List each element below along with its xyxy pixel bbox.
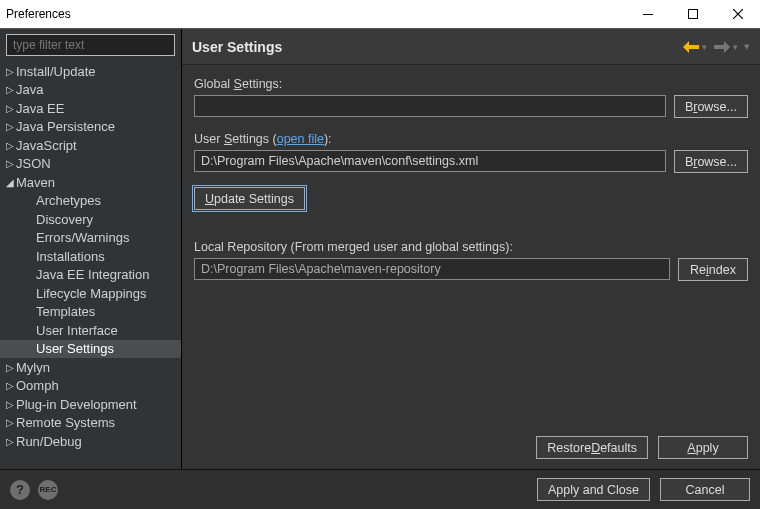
titlebar: Preferences bbox=[0, 0, 760, 29]
chevron-right-icon: ▷ bbox=[4, 66, 16, 77]
chevron-right-icon: ▷ bbox=[4, 362, 16, 373]
tree-item-label: Install/Update bbox=[16, 64, 96, 79]
tree-item-java-persistence[interactable]: ▷Java Persistence bbox=[0, 118, 181, 137]
global-settings-input[interactable] bbox=[194, 95, 666, 117]
apply-and-close-button[interactable]: Apply and Close bbox=[537, 478, 650, 501]
page-title: User Settings bbox=[192, 39, 676, 55]
page-button-bar: Restore Defaults Apply bbox=[182, 436, 760, 469]
global-browse-button[interactable]: Browse... bbox=[674, 95, 748, 118]
settings-content: Global Settings: Browse... User Settings… bbox=[182, 65, 760, 295]
chevron-right-icon: ▷ bbox=[4, 140, 16, 151]
tree-item-user-settings[interactable]: User Settings bbox=[0, 340, 181, 359]
tree-item-mylyn[interactable]: ▷Mylyn bbox=[0, 358, 181, 377]
global-settings-label: Global Settings: bbox=[194, 77, 748, 91]
user-settings-input[interactable] bbox=[194, 150, 666, 172]
nav-forward-button[interactable] bbox=[711, 36, 733, 58]
tree-item-label: Discovery bbox=[36, 212, 93, 227]
tree-item-archetypes[interactable]: Archetypes bbox=[0, 192, 181, 211]
arrow-right-icon bbox=[714, 41, 730, 53]
arrow-left-icon bbox=[683, 41, 699, 53]
tree-item-label: Java EE Integration bbox=[36, 267, 149, 282]
tree-item-label: Installations bbox=[36, 249, 105, 264]
maximize-button[interactable] bbox=[670, 0, 715, 29]
tree-item-label: Lifecycle Mappings bbox=[36, 286, 147, 301]
local-repo-label: Local Repository (From merged user and g… bbox=[194, 240, 748, 254]
tree-item-label: User Settings bbox=[36, 341, 114, 356]
tree-item-plugin-development[interactable]: ▷Plug-in Development bbox=[0, 395, 181, 414]
nav-back-menu[interactable]: ▾ bbox=[702, 42, 707, 52]
local-repo-input[interactable] bbox=[194, 258, 670, 280]
tree-item-remote-systems[interactable]: ▷Remote Systems bbox=[0, 414, 181, 433]
tree-item-installations[interactable]: Installations bbox=[0, 247, 181, 266]
reindex-button[interactable]: Reindex bbox=[678, 258, 748, 281]
tree-item-templates[interactable]: Templates bbox=[0, 303, 181, 322]
dialog-footer: ? REC Apply and Close Cancel bbox=[0, 469, 760, 509]
preferences-tree-panel: ▷Install/Update ▷Java ▷Java EE ▷Java Per… bbox=[0, 29, 182, 469]
window-title: Preferences bbox=[0, 7, 71, 21]
tree-item-label: Remote Systems bbox=[16, 415, 115, 430]
chevron-down-icon: ◢ bbox=[4, 177, 16, 188]
tree-item-label: Maven bbox=[16, 175, 55, 190]
tree-item-label: JavaScript bbox=[16, 138, 77, 153]
rec-icon[interactable]: REC bbox=[38, 480, 58, 500]
tree-item-lifecycle-mappings[interactable]: Lifecycle Mappings bbox=[0, 284, 181, 303]
tree-item-errors-warnings[interactable]: Errors/Warnings bbox=[0, 229, 181, 248]
tree-item-maven[interactable]: ◢Maven bbox=[0, 173, 181, 192]
tree-item-install-update[interactable]: ▷Install/Update bbox=[0, 62, 181, 81]
tree-item-label: Java EE bbox=[16, 101, 64, 116]
nav-forward-menu[interactable]: ▾ bbox=[733, 42, 738, 52]
tree-item-label: Mylyn bbox=[16, 360, 50, 375]
close-icon bbox=[733, 9, 743, 19]
tree-item-java[interactable]: ▷Java bbox=[0, 81, 181, 100]
restore-defaults-button[interactable]: Restore Defaults bbox=[536, 436, 648, 459]
chevron-right-icon: ▷ bbox=[4, 399, 16, 410]
chevron-right-icon: ▷ bbox=[4, 84, 16, 95]
chevron-right-icon: ▷ bbox=[4, 380, 16, 391]
open-file-link[interactable]: open file bbox=[277, 132, 324, 146]
filter-input[interactable] bbox=[6, 34, 175, 56]
tree-item-label: Errors/Warnings bbox=[36, 230, 129, 245]
minimize-button[interactable] bbox=[625, 0, 670, 29]
tree-item-label: Java bbox=[16, 82, 43, 97]
tree-item-label: Templates bbox=[36, 304, 95, 319]
tree-item-oomph[interactable]: ▷Oomph bbox=[0, 377, 181, 396]
tree-item-label: User Interface bbox=[36, 323, 118, 338]
user-browse-button[interactable]: Browse... bbox=[674, 150, 748, 173]
user-settings-label: User Settings (open file): bbox=[194, 132, 748, 146]
tree-item-java-ee[interactable]: ▷Java EE bbox=[0, 99, 181, 118]
settings-header: User Settings ▾ ▾ ▾ bbox=[182, 29, 760, 65]
chevron-right-icon: ▷ bbox=[4, 103, 16, 114]
chevron-right-icon: ▷ bbox=[4, 436, 16, 447]
tree-item-user-interface[interactable]: User Interface bbox=[0, 321, 181, 340]
tree-item-label: JSON bbox=[16, 156, 51, 171]
tree-item-label: Java Persistence bbox=[16, 119, 115, 134]
update-settings-button[interactable]: Update Settings bbox=[194, 187, 305, 210]
tree-item-label: Run/Debug bbox=[16, 434, 82, 449]
tree-item-label: Plug-in Development bbox=[16, 397, 137, 412]
chevron-right-icon: ▷ bbox=[4, 121, 16, 132]
view-menu-button[interactable]: ▾ bbox=[744, 40, 750, 53]
chevron-right-icon: ▷ bbox=[4, 158, 16, 169]
nav-back-button[interactable] bbox=[680, 36, 702, 58]
cancel-button[interactable]: Cancel bbox=[660, 478, 750, 501]
settings-panel: User Settings ▾ ▾ ▾ Global Settings: Bro… bbox=[182, 29, 760, 469]
tree-item-discovery[interactable]: Discovery bbox=[0, 210, 181, 229]
tree-item-label: Oomph bbox=[16, 378, 59, 393]
tree-item-java-ee-integration[interactable]: Java EE Integration bbox=[0, 266, 181, 285]
main-area: ▷Install/Update ▷Java ▷Java EE ▷Java Per… bbox=[0, 29, 760, 469]
tree-item-javascript[interactable]: ▷JavaScript bbox=[0, 136, 181, 155]
tree-item-label: Archetypes bbox=[36, 193, 101, 208]
apply-button[interactable]: Apply bbox=[658, 436, 748, 459]
chevron-right-icon: ▷ bbox=[4, 417, 16, 428]
tree-item-json[interactable]: ▷JSON bbox=[0, 155, 181, 174]
preferences-tree[interactable]: ▷Install/Update ▷Java ▷Java EE ▷Java Per… bbox=[0, 60, 181, 469]
help-icon[interactable]: ? bbox=[10, 480, 30, 500]
close-button[interactable] bbox=[715, 0, 760, 29]
tree-item-run-debug[interactable]: ▷Run/Debug bbox=[0, 432, 181, 451]
